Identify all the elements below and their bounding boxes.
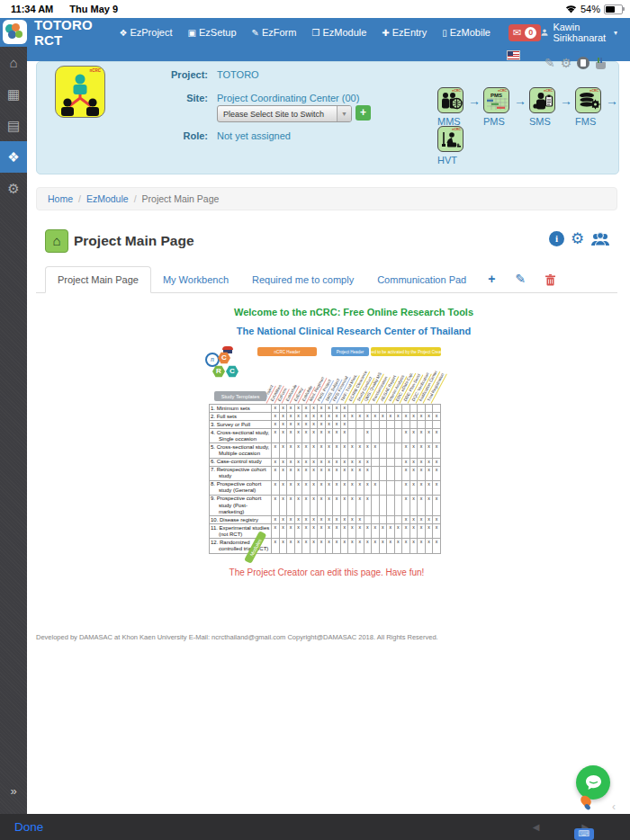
- matrix-cell: x: [272, 429, 280, 443]
- nav-item-ezproject[interactable]: ❖EzProject: [119, 27, 172, 38]
- sidebar-collapse-button[interactable]: »: [0, 784, 27, 798]
- matrix-cell: x: [333, 516, 341, 524]
- matrix-cell: x: [364, 443, 372, 458]
- matrix-cell: [387, 516, 395, 524]
- matrix-cell: x: [272, 458, 280, 466]
- keyboard-dismiss-button[interactable]: ⌨: [574, 828, 594, 840]
- matrix-cell: x: [272, 539, 280, 553]
- matrix-cell: [387, 405, 395, 413]
- sidebar-item-apps-grid[interactable]: ▦: [0, 78, 27, 110]
- matrix-cell: x: [310, 495, 318, 515]
- chevron-left-icon[interactable]: ‹: [612, 800, 616, 813]
- module-tile-mms-icon[interactable]: nCRC: [437, 87, 464, 113]
- matrix-cell: x: [325, 405, 333, 413]
- matrix-cell: x: [356, 524, 364, 539]
- matrix-cell: [387, 480, 395, 495]
- settings-gear-icon[interactable]: ⚙: [561, 56, 572, 70]
- matrix-cell: x: [310, 466, 318, 480]
- edit-pencil-icon[interactable]: ✎: [544, 56, 555, 70]
- app-logo-icon[interactable]: [3, 20, 27, 44]
- tab-required-me-to-comply[interactable]: Required me to comply: [240, 267, 365, 292]
- matrix-cell: x: [340, 495, 348, 515]
- matrix-cell: x: [364, 539, 372, 553]
- matrix-cell: [394, 495, 402, 515]
- mail-badge-button[interactable]: ✉ 0: [508, 24, 541, 41]
- pen-cup-icon[interactable]: [595, 58, 607, 69]
- document-copy-icon[interactable]: [577, 57, 590, 69]
- matrix-cell: x: [410, 443, 418, 458]
- module-tile-pms-icon[interactable]: PMSnCRC: [483, 87, 509, 113]
- sidebar-item-home[interactable]: ⌂: [0, 47, 27, 78]
- done-button[interactable]: Done: [14, 820, 43, 834]
- matrix-cell: x: [287, 524, 295, 539]
- matrix-cell: x: [348, 466, 356, 480]
- matrix-cell: x: [272, 421, 280, 429]
- nav-item-ezentry[interactable]: ✚EzEntry: [382, 27, 427, 38]
- tile-ncrc-tag: nCRC: [590, 89, 598, 93]
- matrix-cell: [418, 405, 426, 413]
- module-tile-pms: PMSnCRCPMS: [483, 87, 511, 127]
- role-label: Role:: [73, 130, 208, 141]
- nav-item-ezmodule[interactable]: ❒EzModule: [311, 27, 366, 38]
- matrix-cell: x: [287, 421, 295, 429]
- matrix-cell: x: [402, 443, 410, 458]
- tab-bar: Project Main PageMy WorkbenchRequired me…: [36, 266, 617, 293]
- nav-item-label: EzMobile: [450, 27, 490, 38]
- matrix-row-name: 2. Full sets: [210, 413, 272, 421]
- matrix-cell: [372, 421, 380, 429]
- nav-item-ezmobile[interactable]: ▯EzMobile: [442, 27, 490, 38]
- site-switch-dropdown[interactable]: Please Select Site to Switch ▼: [217, 105, 352, 122]
- matrix-cell: x: [302, 495, 310, 515]
- tab-communication-pad[interactable]: Communication Pad: [365, 267, 478, 292]
- matrix-cell: x: [310, 480, 318, 495]
- matrix-row-name: 7. Retrospective cohort study: [210, 466, 272, 480]
- delete-tab-button[interactable]: [536, 267, 565, 292]
- edit-tab-button[interactable]: ✎: [505, 267, 536, 292]
- breadcrumb-home[interactable]: Home: [48, 193, 73, 204]
- add-tab-button[interactable]: +: [478, 267, 505, 292]
- matrix-cell: x: [302, 421, 310, 429]
- module-tile-hvt: nCRCHVT: [437, 126, 465, 165]
- nav-item-ezsetup[interactable]: ▣EzSetup: [188, 27, 237, 38]
- matrix-cell: [387, 443, 395, 458]
- user-menu[interactable]: Kawin Sirikhanarat ▾: [541, 22, 617, 43]
- matrix-cell: x: [333, 524, 341, 539]
- matrix-cell: [387, 429, 395, 443]
- matrix-row: 4. Cross-sectional study, Single occasio…: [210, 429, 441, 443]
- project-label: Project:: [73, 69, 208, 80]
- breadcrumb-ezmodule[interactable]: EzModule: [86, 193, 129, 204]
- nav-item-ezform[interactable]: ✎EzForm: [252, 27, 297, 38]
- chat-bubble-button[interactable]: [576, 765, 610, 800]
- study-template-matrix: n C R C EzProjectEzUtilitiesEzFormEzModu…: [209, 344, 441, 569]
- brand-title[interactable]: TOTORO RCT: [34, 17, 99, 48]
- module-tile-fms-icon[interactable]: nCRC: [575, 87, 601, 113]
- tab-my-workbench[interactable]: My Workbench: [151, 267, 240, 292]
- matrix-cell: x: [318, 413, 326, 421]
- envelope-icon: ✉: [513, 28, 521, 38]
- sidebar-item-settings[interactable]: ⚙: [0, 173, 27, 204]
- matrix-row: 3. Survey or Pollxxxxxxxxxx: [210, 421, 441, 429]
- info-icon[interactable]: i: [549, 231, 564, 246]
- sidebar-item-archive[interactable]: ▤: [0, 110, 27, 141]
- sidebar-item-modules[interactable]: ❖: [0, 141, 27, 173]
- module-tile-fms: nCRCFMS: [575, 87, 603, 127]
- matrix-cell: x: [433, 516, 441, 524]
- users-icon[interactable]: [590, 232, 610, 246]
- matrix-cell: x: [272, 524, 280, 539]
- gear-icon[interactable]: ⚙: [571, 231, 584, 246]
- matrix-cell: x: [410, 524, 418, 539]
- history-nav-arrows[interactable]: ◀ ▶: [533, 822, 608, 832]
- matrix-cell: x: [356, 413, 364, 421]
- tab-project-main-page[interactable]: Project Main Page: [45, 266, 151, 293]
- center-heading: The National Clinical Research Center of…: [63, 326, 630, 336]
- add-site-button[interactable]: +: [356, 105, 371, 121]
- module-tile-sms-icon[interactable]: nCRC: [529, 87, 555, 113]
- matrix-cell: [356, 429, 364, 443]
- module-tile-hvt-icon[interactable]: nCRC: [437, 126, 464, 152]
- module-tile-label: HVT: [437, 155, 457, 165]
- language-flag-icon[interactable]: [507, 50, 520, 60]
- matrix-cell: x: [325, 466, 333, 480]
- matrix-cell: x: [402, 458, 410, 466]
- matrix-cell: x: [425, 495, 433, 515]
- arrow-right-icon: →: [560, 94, 572, 108]
